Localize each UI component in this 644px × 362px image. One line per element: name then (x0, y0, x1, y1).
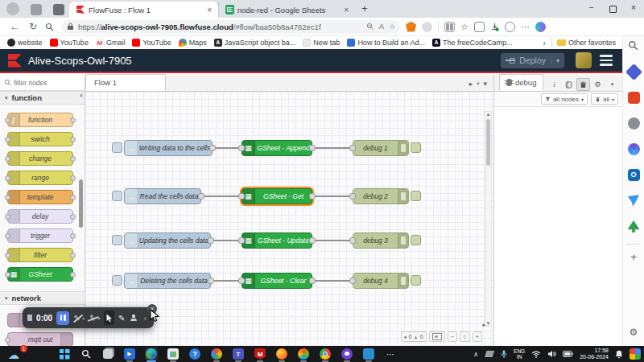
debug-toggle-button[interactable] (411, 142, 421, 153)
copilot-icon[interactable] (535, 22, 546, 32)
sidebar-more-icon[interactable]: ▾ (605, 78, 619, 91)
palette-node-change[interactable]: change (7, 151, 73, 166)
bookmark-youtube[interactable]: YouTube (50, 39, 89, 47)
notification-bell-icon[interactable] (615, 350, 623, 359)
debug-node[interactable]: debug 1 (353, 140, 409, 156)
filter-nodes-input[interactable] (14, 79, 76, 87)
port-in[interactable] (238, 237, 245, 244)
port[interactable] (5, 195, 10, 200)
palette-scrollbar[interactable]: ▲ (78, 93, 84, 343)
port[interactable] (5, 117, 10, 123)
ms-store-icon[interactable] (167, 348, 180, 360)
port-in[interactable] (238, 278, 245, 284)
port-in[interactable] (349, 278, 356, 284)
sidebar-settings-icon[interactable]: ⚙ (630, 327, 638, 338)
search-icon[interactable] (45, 23, 54, 31)
profile-avatar-icon[interactable] (6, 2, 19, 15)
pen-tool-icon[interactable]: ✎ (73, 314, 80, 323)
deploy-button[interactable]: Deploy ▾ (501, 53, 564, 68)
port[interactable] (70, 175, 76, 181)
clock[interactable]: 17:5820-06-2024 (580, 348, 609, 360)
port-in[interactable] (238, 145, 245, 151)
address-bar[interactable]: https://alive-scops-owl-7905.flowfuse.cl… (62, 20, 400, 34)
firefox-icon[interactable] (275, 348, 288, 360)
tab-debug[interactable]: debug (499, 74, 543, 91)
settings-more-icon[interactable]: ⋯ (521, 22, 530, 32)
scroll-up-icon[interactable]: ▲ (485, 112, 491, 117)
recorder-pause-button[interactable] (56, 311, 69, 325)
port-out[interactable] (309, 145, 316, 151)
teams-icon[interactable]: T (232, 348, 245, 360)
gsheet-node-selected[interactable]: ▦ GSheet - Get (242, 188, 312, 204)
workspaces-icon[interactable] (31, 4, 42, 15)
port[interactable] (70, 156, 76, 162)
port[interactable] (5, 337, 10, 343)
palette-node-range[interactable]: range (7, 171, 73, 185)
scroll-down-icon[interactable]: ▼ (485, 321, 491, 326)
help-tab-icon[interactable] (562, 78, 576, 91)
port[interactable] (70, 195, 76, 200)
bookmarks-overflow-icon[interactable]: › (543, 38, 546, 47)
bookmark-freecodecamp[interactable]: AThe freeCodeCamp... (432, 39, 513, 47)
pen-options-icon[interactable]: ▾ (82, 315, 85, 321)
canvas-vertical-scrollbar[interactable]: ▲ ▼ (485, 111, 492, 327)
restore-button[interactable] (602, 0, 623, 18)
clipchamp-icon[interactable] (210, 348, 223, 360)
sidebar-games-icon[interactable] (628, 117, 640, 130)
port[interactable] (5, 175, 10, 181)
get-help-icon[interactable]: ? (188, 348, 201, 360)
port[interactable] (5, 156, 10, 162)
debug-messages-panel[interactable] (494, 107, 622, 346)
palette-node-delay[interactable]: delay (7, 209, 73, 224)
tab-google-sheets[interactable]: node-red - Google Sheets × (218, 2, 355, 18)
bookmark-new-tab[interactable]: New tab (303, 39, 340, 47)
favorites-bar-icon[interactable]: ☆ (460, 22, 469, 32)
category-network[interactable]: ▾network (0, 291, 85, 305)
bookmark-youtube-2[interactable]: YouTube (132, 39, 171, 47)
start-button[interactable] (58, 348, 71, 360)
debug-toggle-button[interactable] (411, 275, 421, 286)
chrome-icon[interactable] (319, 348, 332, 360)
weather-widget[interactable]: ☁ 1 (8, 348, 24, 360)
favorite-star-icon[interactable]: ☆ (389, 23, 395, 31)
scrollbar-thumb[interactable] (79, 179, 83, 228)
port-out[interactable] (209, 145, 216, 151)
port[interactable] (70, 272, 76, 278)
main-menu-icon[interactable] (600, 55, 613, 66)
port[interactable] (5, 137, 10, 142)
deploy-options-icon[interactable]: ▾ (551, 57, 559, 64)
sidebar-tree-icon[interactable] (628, 220, 640, 232)
sidebar-add-icon[interactable]: + (630, 251, 637, 263)
debug-toggle-button[interactable] (411, 235, 421, 245)
palette-node-gsheet[interactable]: ▦GSheet (7, 267, 73, 282)
inject-node[interactable]: → Deleting the cells data (124, 273, 211, 289)
tab-close-icon[interactable]: × (205, 6, 213, 14)
port[interactable] (5, 253, 10, 258)
inject-button[interactable] (112, 191, 122, 201)
info-tab-icon[interactable]: i (547, 78, 561, 91)
inject-node[interactable]: → Read the cells data (124, 188, 201, 204)
port-out[interactable] (208, 237, 214, 244)
port[interactable] (70, 117, 76, 123)
navigator-button[interactable] (429, 331, 445, 342)
debug-node[interactable]: debug 4 (353, 273, 409, 289)
tray-device-icon[interactable] (485, 351, 494, 357)
widgets-corner-icon[interactable] (630, 348, 641, 360)
draw-tool-icon[interactable]: ✎ (118, 314, 126, 323)
bookmark-website[interactable]: website (7, 39, 43, 47)
flow-list-icon[interactable]: ▾ (483, 80, 487, 88)
debug-node[interactable]: debug 2 (353, 188, 409, 204)
inject-button[interactable] (112, 235, 122, 245)
port[interactable] (70, 233, 76, 239)
port[interactable] (5, 272, 10, 278)
mcafee-icon[interactable]: M (254, 348, 266, 360)
port-in[interactable] (349, 193, 356, 200)
tray-expand-icon[interactable]: ∧ (473, 351, 478, 358)
port-out[interactable] (198, 193, 204, 200)
extension-icon[interactable] (422, 22, 432, 32)
split-screen-icon[interactable] (444, 22, 455, 32)
add-flow-icon[interactable]: + (476, 80, 480, 88)
port-out[interactable] (309, 193, 316, 200)
zoom-reset-button[interactable]: ○ (460, 331, 470, 342)
pinwheel-app-icon[interactable] (297, 348, 310, 360)
